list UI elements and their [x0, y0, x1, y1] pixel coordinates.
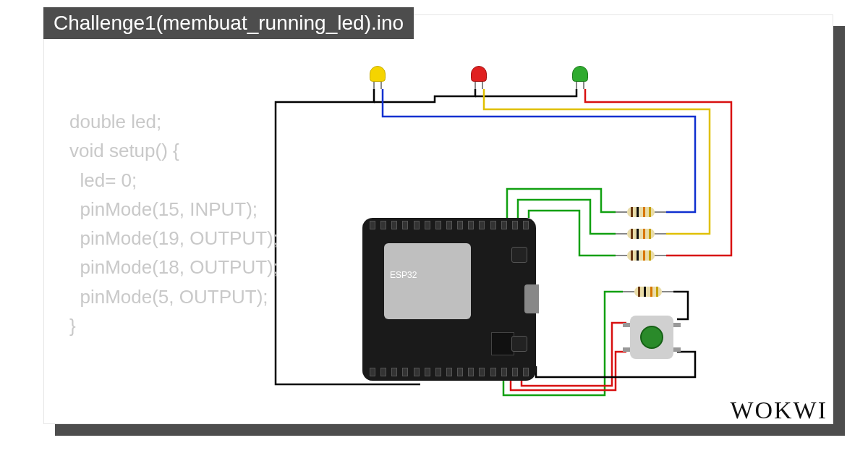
esp32-board: ESP32	[362, 218, 536, 381]
code-line: pinMode(18, OUTPUT);	[69, 256, 278, 278]
green-led	[572, 66, 588, 88]
code-line: pinMode(5, OUTPUT);	[69, 286, 268, 308]
rf-shield	[384, 243, 471, 319]
code-preview: double led; void setup() { led= 0; pinMo…	[69, 107, 278, 340]
code-line: pinMode(19, OUTPUT);	[69, 227, 278, 249]
board-label: ESP32	[390, 270, 417, 280]
resistor-4	[623, 287, 673, 297]
resistor-3	[616, 250, 666, 261]
header-pins-bottom	[370, 368, 529, 378]
board-button-boot	[511, 336, 527, 352]
code-line: double led;	[69, 111, 161, 132]
resistor-2	[616, 229, 666, 239]
code-line: void setup() {	[69, 140, 179, 161]
yellow-led	[370, 66, 386, 88]
usb-port	[524, 284, 539, 313]
code-line: pinMode(15, INPUT);	[69, 198, 258, 220]
push-button	[630, 316, 673, 359]
code-line: led= 0;	[69, 169, 137, 191]
board-button-en	[511, 247, 527, 263]
red-led	[471, 66, 487, 88]
resistor-1	[616, 207, 666, 217]
circuit-diagram: ESP32	[261, 66, 854, 399]
push-button-cap	[640, 326, 663, 349]
code-line: }	[69, 315, 76, 337]
wires	[261, 66, 854, 399]
file-title: Challenge1(membuat_running_led).ino	[43, 7, 414, 39]
header-pins-top	[370, 221, 529, 231]
wokwi-logo: WOKWI	[730, 397, 827, 424]
